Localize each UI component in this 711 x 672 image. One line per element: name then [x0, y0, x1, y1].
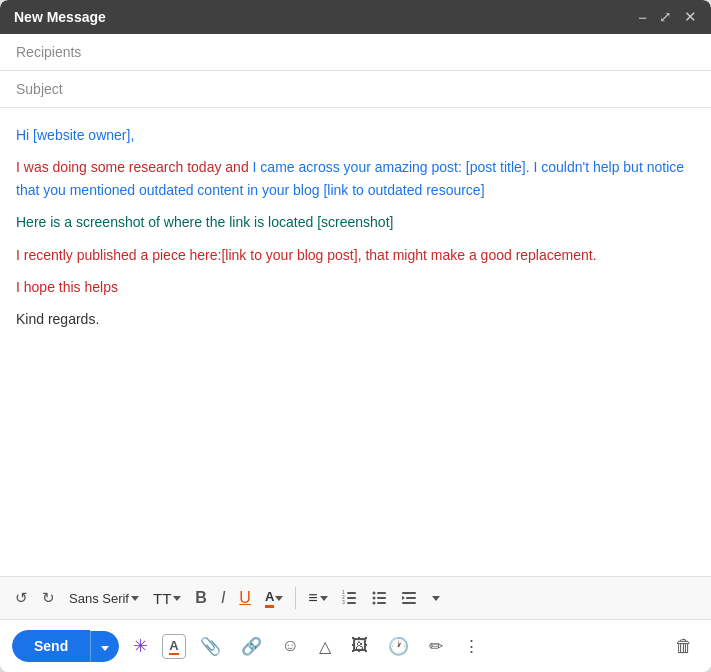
send-button[interactable]: Send — [12, 630, 90, 662]
ai-icon: ✳ — [133, 635, 148, 657]
expand-button[interactable]: ⤢ — [659, 8, 672, 26]
svg-text:3: 3 — [342, 599, 345, 605]
recipients-field: Recipients — [0, 34, 711, 71]
header-actions: − ⤢ ✕ — [638, 8, 697, 26]
body-line5: I hope this helps — [16, 276, 695, 298]
send-dropdown-chevron — [101, 646, 109, 651]
subject-label: Subject — [16, 81, 96, 97]
body-line2: I was doing some research today and I ca… — [16, 156, 695, 201]
font-family-label: Sans Serif — [69, 591, 129, 606]
underline-button[interactable]: U — [234, 585, 256, 611]
attach-button[interactable]: 📎 — [194, 631, 227, 662]
svg-rect-11 — [377, 602, 386, 604]
more-options-button[interactable]: ⋮ — [457, 631, 486, 662]
close-button[interactable]: ✕ — [684, 8, 697, 26]
trash-icon: 🗑 — [675, 636, 693, 656]
recipients-input[interactable] — [96, 44, 695, 60]
subject-field: Subject — [0, 71, 711, 108]
body-hope: I hope this helps — [16, 279, 118, 295]
toolbar-divider-1 — [295, 587, 296, 609]
body-greeting: Hi [website owner], — [16, 127, 134, 143]
text-color-chevron — [275, 596, 283, 601]
text-format-button[interactable]: A — [162, 634, 185, 659]
align-icon: ≡ — [308, 589, 317, 607]
svg-point-6 — [372, 592, 375, 595]
compose-header: New Message − ⤢ ✕ — [0, 0, 711, 34]
body-line6: Kind regards. — [16, 308, 695, 330]
body-regards: Kind regards. — [16, 311, 99, 327]
link-icon: 🔗 — [241, 636, 262, 657]
align-select[interactable]: ≡ — [303, 587, 332, 609]
text-color-select[interactable]: A — [260, 587, 288, 610]
bottom-bar: Send ✳ A 📎 🔗 ☺ △ 🖼 🕐 ✏ — [0, 619, 711, 672]
svg-rect-9 — [377, 597, 386, 599]
compose-body[interactable]: Hi [website owner], I was doing some res… — [0, 108, 711, 576]
italic-button[interactable]: I — [216, 585, 230, 611]
more-toolbar-chevron — [432, 596, 440, 601]
pen-icon: ✏ — [429, 636, 443, 657]
font-size-label: TT — [153, 590, 171, 607]
font-size-chevron — [173, 596, 181, 601]
bullet-list-button[interactable] — [367, 586, 393, 610]
image-icon: 🖼 — [351, 636, 368, 656]
send-button-group: Send — [12, 630, 119, 662]
indent-button[interactable] — [397, 586, 423, 610]
text-color-label: A — [265, 589, 274, 608]
svg-rect-0 — [347, 592, 356, 594]
body-published: I recently published a piece here:[link … — [16, 247, 597, 263]
font-size-select[interactable]: TT — [148, 588, 186, 609]
svg-rect-13 — [406, 597, 416, 599]
undo-button[interactable]: ↺ — [10, 585, 33, 611]
font-family-select[interactable]: Sans Serif — [64, 589, 144, 608]
emoji-icon: ☺ — [282, 636, 299, 656]
svg-point-8 — [372, 597, 375, 600]
formatting-toolbar: ↺ ↻ Sans Serif TT B I U A ≡ 123 — [0, 576, 711, 619]
svg-rect-14 — [402, 602, 416, 604]
redo-button[interactable]: ↻ — [37, 585, 60, 611]
signature-button[interactable]: ✏ — [423, 631, 449, 662]
body-intro: I was doing some research today and — [16, 159, 253, 175]
svg-rect-7 — [377, 592, 386, 594]
link-button[interactable]: 🔗 — [235, 631, 268, 662]
bold-button[interactable]: B — [190, 585, 212, 611]
drive-icon: △ — [319, 637, 331, 656]
body-screenshot: Here is a screenshot of where the link i… — [16, 214, 393, 230]
body-line3: Here is a screenshot of where the link i… — [16, 211, 695, 233]
drive-button[interactable]: △ — [313, 632, 337, 661]
ai-assist-button[interactable]: ✳ — [127, 630, 154, 662]
font-family-chevron — [131, 596, 139, 601]
body-line4: I recently published a piece here:[link … — [16, 244, 695, 266]
schedule-button[interactable]: 🕐 — [382, 631, 415, 662]
more-icon: ⋮ — [463, 636, 480, 657]
svg-rect-2 — [347, 602, 356, 604]
send-dropdown-button[interactable] — [90, 631, 119, 662]
minimize-button[interactable]: − — [638, 9, 647, 26]
recipients-label: Recipients — [16, 44, 96, 60]
svg-rect-12 — [402, 592, 416, 594]
format-a-icon: A — [169, 638, 178, 655]
compose-title: New Message — [14, 9, 106, 25]
svg-point-10 — [372, 602, 375, 605]
clock-icon: 🕐 — [388, 636, 409, 657]
attach-icon: 📎 — [200, 636, 221, 657]
emoji-button[interactable]: ☺ — [276, 631, 305, 661]
image-button[interactable]: 🖼 — [345, 631, 374, 661]
subject-input[interactable] — [96, 81, 695, 97]
svg-rect-1 — [347, 597, 356, 599]
more-toolbar-select[interactable] — [427, 594, 445, 603]
body-line1: Hi [website owner], — [16, 124, 695, 146]
discard-button[interactable]: 🗑 — [669, 631, 699, 662]
align-chevron — [320, 596, 328, 601]
compose-window: New Message − ⤢ ✕ Recipients Subject Hi … — [0, 0, 711, 672]
numbered-list-button[interactable]: 123 — [337, 586, 363, 610]
